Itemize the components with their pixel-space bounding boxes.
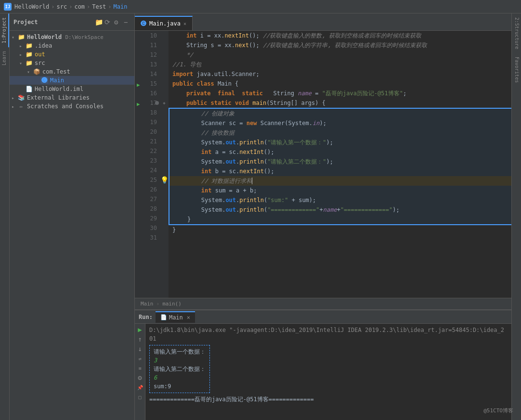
gutter-29 — [160, 214, 169, 223]
ln-26: 26 — [135, 185, 160, 194]
run-down-button[interactable]: ↓ — [136, 345, 144, 353]
panel-icon-settings[interactable]: ⚙ — [114, 19, 121, 25]
folder-icon-out: 📁 — [25, 51, 33, 58]
tree-item-iml[interactable]: 📄 HelloWorld.iml — [10, 85, 134, 93]
title-bar: IJ HelloWorld › src › com › Test › Main — [0, 0, 521, 13]
gutter-31 — [160, 233, 169, 242]
ln-28: 28 — [135, 204, 160, 214]
editor-bc-main: Main — [141, 301, 154, 307]
tab-label-main: Main.java — [149, 20, 181, 27]
run-final-text: =============磊哥的java历险记-@51博客===========… — [149, 396, 314, 403]
expand-arrow-extlibs[interactable]: ▸ — [12, 95, 17, 101]
panel-icon-sync[interactable]: ⟳ — [104, 19, 111, 25]
tree-label-helloworld: HelloWorld D:\WorkSpace — [27, 34, 104, 40]
run-up-button[interactable]: ↑ — [136, 335, 144, 343]
expand-arrow-src[interactable]: ▾ — [19, 61, 25, 66]
run-tab-close[interactable]: × — [187, 314, 190, 321]
ln-11: 11 — [135, 40, 160, 50]
side-tab-learn[interactable]: Learn — [0, 47, 9, 69]
run-pin-button[interactable]: 📌 — [136, 383, 144, 391]
run-wrap-button[interactable]: ⇌ — [136, 355, 144, 362]
run-tab-main[interactable]: 📄 Main × — [156, 311, 195, 323]
gutter-20 — [160, 127, 169, 137]
line-numbers: 10 11 12 13 14 ▶ 15 16 ▶ 17 18 19 20 21 — [135, 31, 160, 298]
ln-14: 14 — [135, 69, 160, 79]
libs-icon: 📚 — [17, 94, 25, 101]
folder-icon-src: 📁 — [25, 60, 33, 66]
tree-item-helloworld[interactable]: ▾ 📁 HelloWorld D:\WorkSpace — [10, 33, 134, 41]
main-layout: 1:Project Learn Project 📁 ⟳ ⚙ − ▾ 📁 Hell… — [0, 13, 521, 420]
run-play-button[interactable]: ▶ — [136, 326, 144, 333]
ln-31: 31 — [135, 233, 160, 242]
gutter-23 — [160, 156, 169, 165]
bc-src: src — [56, 3, 67, 10]
tab-main-java[interactable]: 🅒 Main.java × — [135, 16, 193, 30]
gutter-marker-17: ◆ — [163, 101, 165, 105]
run-output: D:\jdk1.8\bin\java.exe "-javaagent:D:\id… — [145, 324, 511, 420]
editor-breadcrumb-bar: Main › main() — [135, 298, 511, 309]
side-tab-project[interactable]: 1:Project — [0, 13, 9, 47]
tab-close-main[interactable]: × — [183, 21, 186, 26]
ln-20: 20 — [135, 127, 160, 137]
ln-10: 10 — [135, 31, 160, 40]
panel-icon-minus[interactable]: − — [124, 19, 130, 25]
bc-sep3: › — [87, 3, 90, 10]
expand-arrow-idea[interactable]: ▸ — [19, 43, 25, 49]
collapse-arrow[interactable]: ▾ — [12, 35, 17, 40]
expand-arrow-out[interactable]: ▸ — [19, 52, 25, 57]
run-out-5: sum:9 — [154, 382, 206, 391]
ln-16: 16 — [135, 89, 160, 98]
tree-label-out: out — [35, 51, 45, 58]
sel-block-end: } — [169, 215, 511, 225]
bc-sep1: › — [51, 3, 54, 10]
code-line-16: private final static String name = "磊哥的j… — [169, 89, 511, 98]
run-settings-button[interactable]: ⚙ — [136, 374, 144, 382]
tree-item-idea[interactable]: ▸ 📁 .idea — [10, 41, 134, 50]
watermark: @51CTO博客 — [483, 407, 513, 414]
run-side-tools: ▶ ↑ ↓ ⇌ ≡ ⚙ 📌 □ — [135, 324, 145, 420]
expand-arrow-comtest[interactable]: ▾ — [27, 69, 33, 75]
tree-item-comtest[interactable]: ▾ 📦 com.Test — [10, 67, 134, 76]
tab-java-icon: 🅒 — [141, 20, 146, 27]
gutter-12 — [160, 50, 169, 60]
code-line-18: // 创建对象 — [169, 109, 511, 118]
gutter-15 — [160, 79, 169, 89]
breadcrumb: HelloWorld › src › com › Test › Main — [14, 3, 127, 10]
tree-item-out[interactable]: ▸ 📁 out — [10, 50, 134, 59]
run-layout-button[interactable]: □ — [136, 393, 144, 401]
expand-arrow-scratches[interactable]: ▸ — [12, 104, 17, 109]
right-tab-structure[interactable]: 2:Structure — [512, 13, 521, 53]
gutter-19 — [160, 117, 169, 127]
panel-icon-folder[interactable]: 📁 — [95, 19, 102, 25]
tree-label-comtest: com.Test — [42, 68, 70, 75]
bc-helloworld: HelloWorld — [14, 3, 49, 10]
tree-item-src[interactable]: ▾ 📁 src — [10, 59, 134, 67]
run-final-line: =============磊哥的java历险记-@51博客===========… — [149, 395, 508, 404]
ln-17: ▶ 17 — [135, 98, 160, 108]
right-side-tabs: 2:Structure Favorites — [511, 13, 521, 420]
code-lines[interactable]: int i = xx.nextInt(); //获取键盘输入的整数, 获取到空格… — [169, 31, 511, 298]
gutter-26 — [160, 185, 169, 194]
gutter-28 — [160, 204, 169, 214]
tab-bar: 🅒 Main.java × — [135, 13, 511, 31]
tree-item-extlibs[interactable]: ▸ 📚 External Libraries — [10, 93, 134, 102]
project-icon: 📁 — [17, 34, 25, 40]
gutter-14 — [160, 69, 169, 79]
run-output-box: 请输入第一个数据： 3 请输入第二个数据： 6 sum:9 — [149, 345, 210, 393]
code-line-28: System.out.println("============="+name+… — [169, 205, 511, 215]
right-tab-favorites[interactable]: Favorites — [512, 53, 521, 87]
editor-bc-method: main() — [162, 301, 182, 307]
code-line-31 — [169, 235, 511, 244]
bc-main: Main — [113, 3, 127, 10]
gutter-17: ◆ — [160, 98, 169, 108]
ln-12: 12 — [135, 50, 160, 60]
code-line-25: // 对数据进行求和 — [169, 176, 511, 186]
code-line-19: Scanner sc = new Scanner(System.in); — [169, 118, 511, 128]
run-filter-button[interactable]: ≡ — [136, 364, 144, 372]
run-out-4: 6 — [154, 373, 206, 382]
run-label: Run: — [139, 314, 153, 320]
tree-item-scratches[interactable]: ▸ ✏️ Scratches and Consoles — [10, 102, 134, 111]
tree-item-main[interactable]: 🅒 Main — [10, 76, 134, 85]
run-cmd-line: D:\jdk1.8\bin\java.exe "-javaagent:D:\id… — [149, 326, 508, 343]
code-line-15: public class Main { — [169, 79, 511, 89]
